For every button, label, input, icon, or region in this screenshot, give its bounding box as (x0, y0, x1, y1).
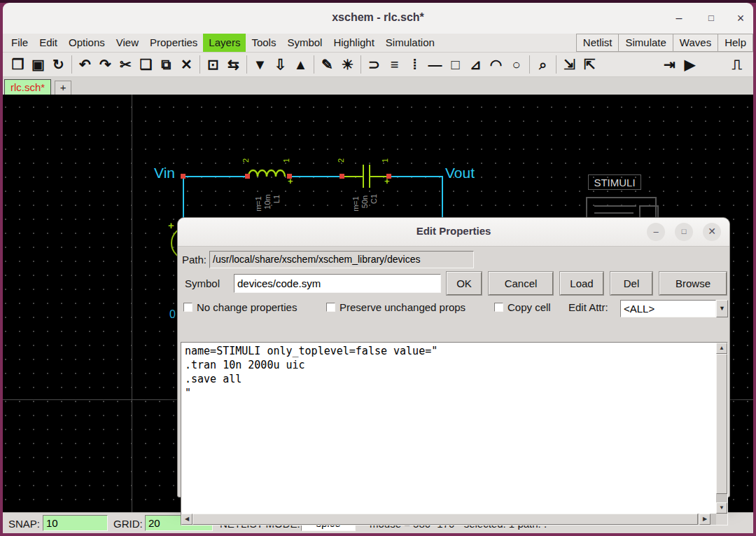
menu-file[interactable]: File (6, 34, 34, 52)
stimuli-label[interactable]: STIMULI (588, 174, 641, 190)
insert-arc-icon[interactable]: ◠ (486, 53, 505, 76)
place-symbol-icon[interactable]: ⊡ (204, 53, 223, 76)
symbol-field[interactable]: devices/code.sym (234, 274, 441, 293)
inductor-pin1-label: 1 (282, 158, 290, 163)
net-label-vin[interactable]: Vin (154, 165, 175, 181)
swap-icon[interactable]: ⇆ (224, 53, 243, 76)
reload-icon[interactable]: ↻ (49, 53, 68, 76)
inductor-prop-value: 10m (263, 194, 272, 209)
edit-attr-label: Edit Attr: (568, 301, 608, 313)
go-back-icon[interactable]: ▲ (291, 53, 310, 76)
minimize-icon[interactable]: – (669, 10, 689, 27)
zoom-full-icon[interactable]: ⇱ (580, 53, 599, 76)
wire-vin[interactable] (183, 176, 248, 177)
insert-circle-icon[interactable]: ○ (507, 53, 526, 76)
wire-vout[interactable] (388, 176, 443, 177)
menu-tools[interactable]: Tools (246, 34, 281, 52)
redo-icon[interactable]: ↷ (96, 53, 115, 76)
checkbox-preserve-unchanged-props[interactable] (326, 303, 335, 312)
dialog-close-icon[interactable]: ✕ (703, 223, 721, 241)
dialog-minimize-icon[interactable]: – (647, 223, 665, 241)
menu-simulation[interactable]: Simulation (380, 34, 440, 52)
netlist-icon[interactable]: ⇥ (660, 53, 679, 76)
cut-icon[interactable]: ✂ (116, 53, 135, 76)
light-mode-icon[interactable]: ☀ (338, 53, 357, 76)
checkbox-no-change-properties[interactable] (183, 303, 192, 312)
menu-layers[interactable]: Layers (203, 34, 246, 52)
save-icon[interactable]: ▣ (29, 53, 48, 76)
insert-line-icon[interactable]: — (426, 53, 444, 76)
scroll-right-icon[interactable]: ▶ (699, 514, 710, 525)
window-titlebar: xschem - rlc.sch* – □ × (3, 3, 753, 34)
undo-icon[interactable]: ↶ (76, 53, 94, 76)
scroll-up-icon[interactable]: ▲ (716, 343, 727, 354)
insert-symbol-icon[interactable]: ⊃ (365, 53, 384, 76)
chevron-down-icon[interactable]: ▼ (716, 300, 728, 317)
load-button[interactable]: Load (560, 272, 603, 295)
capacitor-plate-left[interactable] (363, 165, 364, 188)
descend-symbol-icon[interactable]: ⇩ (271, 53, 290, 76)
insert-wire-icon[interactable]: ⁞ (405, 53, 424, 76)
maximize-icon[interactable]: □ (701, 10, 721, 27)
checkbox-copy-cell[interactable] (494, 303, 503, 312)
del-button[interactable]: Del (610, 272, 652, 295)
edit-attr-combobox[interactable]: <ALL> (620, 300, 716, 317)
toolbar-separator (556, 55, 556, 74)
menu-view[interactable]: View (111, 34, 144, 52)
scroll-left-icon[interactable]: ◀ (181, 514, 192, 525)
net-label-ground[interactable]: 0 (169, 308, 176, 321)
menu-properties[interactable]: Properties (144, 34, 203, 52)
paste-icon[interactable]: ⧉ (157, 53, 176, 76)
checkbox-label-preserve-unchanged-props: Preserve unchanged props (340, 301, 465, 313)
toolbar-group: ✎☀ (318, 53, 357, 76)
snap-input[interactable]: 10 (43, 515, 108, 531)
insert-text-icon[interactable]: ≡ (385, 53, 404, 76)
path-field[interactable]: /usr/local/share/xschem/xschem_library/d… (209, 251, 474, 268)
copy-icon[interactable]: ❏ (136, 53, 155, 76)
insert-rect-icon[interactable]: □ (446, 53, 465, 76)
vertical-scrollbar-thumb[interactable] (716, 354, 727, 494)
properties-text[interactable]: name=STIMULI only_toplevel=false value="… (183, 343, 715, 512)
dialog-titlebar: Edit Properties – □ ✕ (178, 218, 729, 247)
simulate-icon[interactable]: ▶ (680, 53, 699, 76)
tab-rlc-sch[interactable]: rlc.sch* (4, 79, 51, 95)
brush-icon[interactable]: ✎ (318, 53, 337, 76)
symbol-label: Symbol (185, 277, 220, 289)
capacitor-prop-m: m=1 (351, 196, 360, 212)
cancel-button[interactable]: Cancel (489, 272, 553, 295)
search-icon[interactable]: ⌕ (533, 53, 552, 76)
ok-button[interactable]: OK (447, 272, 482, 295)
net-label-vout[interactable]: Vout (445, 165, 475, 181)
scroll-down-icon[interactable]: ▼ (716, 502, 727, 514)
pin-marker (245, 174, 250, 179)
waves-button[interactable]: Waves (673, 34, 718, 52)
waves-icon[interactable]: ⎍ (727, 53, 746, 76)
inductor-prop-m: m=1 (254, 196, 262, 212)
help-button[interactable]: Help (718, 34, 753, 52)
inductor-symbol[interactable] (248, 166, 288, 178)
menu-edit[interactable]: Edit (34, 34, 63, 52)
horizontal-scrollbar-thumb[interactable] (192, 514, 698, 525)
insert-polygon-icon[interactable]: ⊿ (466, 53, 485, 76)
close-icon[interactable]: × (731, 10, 750, 27)
horizontal-scrollbar[interactable]: ◀ ▶ (181, 514, 716, 525)
menubar: FileEditOptionsViewPropertiesLayersTools… (3, 34, 753, 53)
checkbox-label-no-change-properties: No change properties (197, 301, 297, 313)
menu-symbol[interactable]: Symbol (281, 34, 328, 52)
descend-schematic-icon[interactable]: ▼ (251, 53, 270, 76)
pin-marker (287, 174, 292, 179)
zoom-box-icon[interactable]: ⇲ (560, 53, 579, 76)
open-file-icon[interactable]: ❐ (8, 53, 27, 76)
new-tab-button[interactable]: + (55, 81, 71, 95)
dialog-maximize-icon[interactable]: □ (675, 223, 693, 241)
properties-textarea[interactable]: name=STIMULI only_toplevel=false value="… (181, 342, 728, 525)
delete-icon[interactable]: ✕ (177, 53, 196, 76)
wire-l1-c1[interactable] (289, 176, 341, 177)
pin-marker (181, 174, 186, 179)
simulate-button[interactable]: Simulate (618, 34, 673, 52)
menu-options[interactable]: Options (63, 34, 111, 52)
menu-highlight[interactable]: Highlight (328, 34, 379, 52)
netlist-button[interactable]: Netlist (576, 34, 620, 52)
vertical-scrollbar[interactable]: ▲ ▼ (716, 343, 727, 514)
browse-button[interactable]: Browse (659, 272, 727, 295)
